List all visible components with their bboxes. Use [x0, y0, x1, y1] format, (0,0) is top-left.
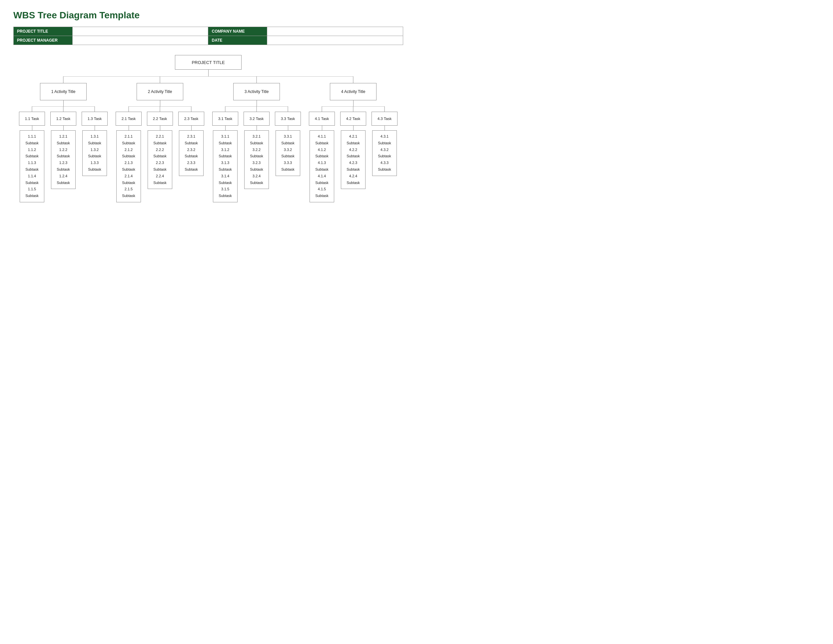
subtask-node: 4.3.1 Subtask4.3.2 Subtask4.3.3 Subtask: [372, 130, 397, 176]
wbs-node: 3.2 Task: [244, 112, 270, 126]
project-manager-label: PROJECT MANAGER: [14, 36, 72, 45]
date-label: DATE: [208, 36, 267, 45]
wbs-node: 3.1 Task: [212, 112, 238, 126]
wbs-node: 3.3 Task: [275, 112, 301, 126]
subtask-node: 4.2.1 Subtask4.2.2 Subtask4.2.3 Subtask4…: [341, 130, 365, 189]
wbs-node: 2 Activity Title: [137, 83, 183, 100]
wbs-node: 1 Activity Title: [40, 83, 87, 100]
wbs-node: 4.2 Task: [340, 112, 366, 126]
subtask-node: 1.1.1 Subtask1.1.2 Subtask1.1.3 Subtask1…: [20, 130, 44, 202]
company-name-label: COMPANY NAME: [208, 27, 267, 36]
subtask-node: 3.3.1 Subtask3.3.2 Subtask3.3.3 Subtask: [275, 130, 300, 176]
date-value[interactable]: [267, 36, 403, 45]
subtask-node: 3.2.1 Subtask3.2.2 Subtask3.2.3 Subtask3…: [244, 130, 269, 189]
wbs-node: 3 Activity Title: [233, 83, 280, 100]
wbs-node: 4.3 Task: [371, 112, 397, 126]
company-name-value[interactable]: [267, 27, 403, 36]
wbs-node: 1.1 Task: [19, 112, 45, 126]
project-title-label: PROJECT TITLE: [14, 27, 72, 36]
subtask-node: 2.2.1 Subtask2.2.2 Subtask2.2.3 Subtask2…: [148, 130, 172, 189]
wbs-node: 2.3 Task: [178, 112, 204, 126]
wbs-node: 2.2 Task: [147, 112, 173, 126]
info-table: PROJECT TITLE COMPANY NAME PROJECT MANAG…: [13, 27, 403, 45]
subtask-node: 1.3.1 Subtask1.3.2 Subtask1.3.3 Subtask: [82, 130, 107, 176]
subtask-node: 2.3.1 Subtask2.3.2 Subtask2.3.3 Subtask: [179, 130, 204, 176]
wbs-diagram: PROJECT TITLE1 Activity Title1.1 Task1.1…: [13, 55, 403, 202]
wbs-node: 1.3 Task: [82, 112, 108, 126]
subtask-node: 3.1.1 Subtask3.1.2 Subtask3.1.3 Subtask3…: [213, 130, 238, 202]
wbs-node: 4 Activity Title: [330, 83, 376, 100]
project-title-value[interactable]: [72, 27, 208, 36]
wbs-node: 1.2 Task: [50, 112, 76, 126]
wbs-node: 2.1 Task: [116, 112, 142, 126]
subtask-node: 2.1.1 Subtask2.1.2 Subtask2.1.3 Subtask2…: [116, 130, 141, 202]
subtask-node: 4.1.1 Subtask4.1.2 Subtask4.1.3 Subtask4…: [310, 130, 334, 202]
wbs-node: PROJECT TITLE: [175, 55, 241, 70]
wbs-node: 4.1 Task: [309, 112, 335, 126]
page-title: WBS Tree Diagram Template: [13, 10, 403, 21]
subtask-node: 1.2.1 Subtask1.2.2 Subtask1.2.3 Subtask1…: [51, 130, 76, 189]
project-manager-value[interactable]: [72, 36, 208, 45]
